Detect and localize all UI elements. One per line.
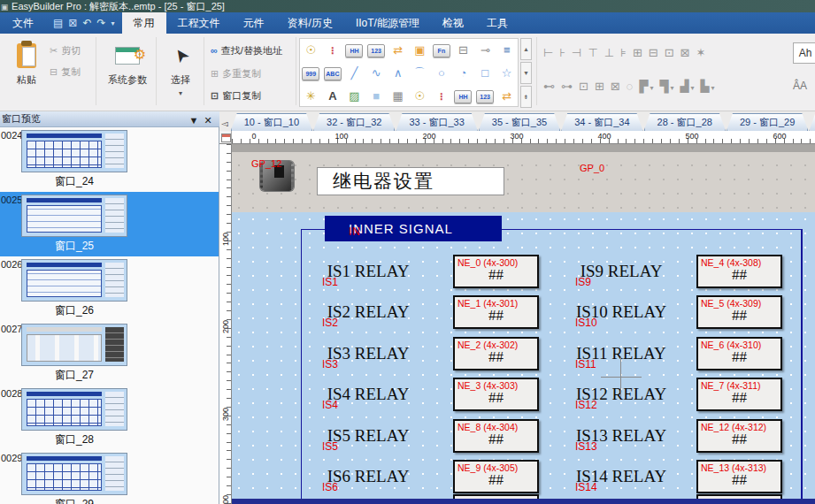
option-list-icon[interactable]: ≡: [497, 41, 517, 60]
window-thumbnail[interactable]: [21, 259, 127, 302]
ribbon-tab[interactable]: 检视: [431, 12, 475, 34]
function-key2-icon[interactable]: ⇄: [497, 87, 517, 106]
system-params-button[interactable]: 系统参数: [103, 38, 152, 103]
fit-height-icon[interactable]: ⊞: [633, 46, 642, 59]
rectangle-icon[interactable]: □: [475, 64, 495, 83]
toggle-switch-icon[interactable]: ▣: [410, 41, 429, 60]
text-icon[interactable]: A: [323, 87, 342, 106]
undo-icon[interactable]: ↶: [82, 17, 91, 29]
same-size-icon[interactable]: ⊡: [579, 80, 588, 93]
relay-label[interactable]: IS13 IS13 RELAY: [572, 419, 671, 453]
word-lamp-icon[interactable]: ⁝: [323, 41, 342, 60]
relay-label[interactable]: IS2 IS2 RELAY: [319, 295, 418, 329]
ribbon-tab[interactable]: IIoT/能源管理: [344, 12, 431, 34]
relay-label[interactable]: IS4 IS4 RELAY: [319, 378, 418, 411]
窗口_28[interactable]: 0028 窗口_28: [0, 386, 219, 450]
window-thumbnail[interactable]: [21, 324, 127, 366]
multi-copy-button[interactable]: ⊞多重复制: [211, 67, 261, 80]
numeric-display-object[interactable]: NE_6 (4x-310) ##: [696, 337, 782, 370]
align-center-icon[interactable]: ⊦: [559, 46, 565, 59]
font-name-button[interactable]: Ah: [793, 42, 815, 64]
window-thumbnail[interactable]: [21, 388, 127, 431]
set-word-icon[interactable]: 123: [367, 44, 385, 57]
select-dropdown-icon[interactable]: ▾: [179, 89, 182, 97]
fit-width-icon[interactable]: ⊟: [649, 46, 658, 59]
document-tab[interactable]: 33 - 窗口_33: [396, 113, 477, 131]
numeric-display-object[interactable]: NE_4 (4x-308) ##: [696, 255, 782, 288]
document-tab[interactable]: 32 - 窗口_32: [313, 113, 395, 131]
save-icon[interactable]: ▤: [53, 17, 63, 29]
window-thumbnail[interactable]: [21, 130, 127, 172]
bring-front-icon[interactable]: ▛: [639, 80, 653, 93]
find-replace-address-button[interactable]: ∞查找/替换地址: [211, 44, 282, 57]
select-button[interactable]: ➤ 选择 ▾: [161, 38, 200, 103]
numeric-display-object[interactable]: NE_5 (4x-309) ##: [696, 295, 782, 329]
relay-label[interactable]: IS9 IS9 RELAY: [572, 255, 671, 288]
align-right-icon[interactable]: ⊣: [572, 46, 581, 59]
ribbon-tab[interactable]: 常用: [122, 12, 166, 34]
窗口_27[interactable]: 0027 窗口_27: [0, 321, 219, 386]
numeric-display-object[interactable]: NE_8 (4x-304) ##: [453, 419, 539, 453]
align-bottom-icon[interactable]: ⊧: [620, 46, 627, 59]
filled-rect-icon[interactable]: ■: [366, 87, 386, 106]
窗口_26[interactable]: 0026 窗口_26: [0, 256, 219, 321]
font-size-button[interactable]: ÂA: [793, 80, 807, 92]
relay-label[interactable]: IS5 IS5 RELAY: [319, 419, 418, 453]
numeric-display-object[interactable]: NE_13 (4x-313) ##: [696, 460, 782, 493]
circle-icon[interactable]: ○: [432, 64, 451, 83]
窗口_29[interactable]: 0029 窗口_29: [0, 450, 219, 504]
pin-icon[interactable]: ✶: [696, 46, 706, 59]
copy-button[interactable]: ⊟复制: [50, 65, 81, 79]
numeric-display-object[interactable]: NE_3 (4x-303) ##: [453, 378, 539, 411]
panel-collapse-icon[interactable]: ▼: [188, 113, 200, 128]
same-height-icon[interactable]: ⊶: [561, 80, 573, 93]
palette-scroll-up-icon[interactable]: ▲: [520, 38, 532, 60]
redo-icon[interactable]: ↷: [96, 17, 105, 29]
rotate-icon[interactable]: ◌: [627, 80, 634, 93]
palette-scroll-down-icon[interactable]: ▼: [520, 62, 532, 84]
wave-icon[interactable]: ∿: [366, 64, 386, 83]
numeric-display-object[interactable]: NE_1 (4x-301) ##: [453, 295, 539, 329]
line-icon[interactable]: ╱: [344, 64, 364, 83]
ribbon-tab[interactable]: 工程文件: [166, 12, 232, 34]
space-evenly-icon[interactable]: ⊠: [611, 80, 620, 93]
same-width-icon[interactable]: ⊷: [543, 80, 555, 93]
inner-signal-header[interactable]: IN INNER SIGNAL: [325, 216, 502, 241]
set-word2-icon[interactable]: 123: [476, 90, 494, 103]
nudge-icon[interactable]: ⊞: [595, 80, 604, 93]
picture-icon[interactable]: ▨: [344, 87, 364, 106]
word-lamp2-icon[interactable]: ⁝: [432, 87, 451, 106]
window-thumbnail[interactable]: [21, 453, 127, 495]
pie-icon[interactable]: ◔: [453, 64, 473, 83]
ungroup-icon[interactable]: ⊠: [680, 46, 690, 59]
slider-icon[interactable]: ⊸: [475, 41, 495, 60]
relay-label[interactable]: IS12 IS12 RELAY: [572, 378, 671, 411]
numeric-input-icon[interactable]: 999: [302, 67, 319, 80]
set-bit-icon[interactable]: HH: [345, 44, 363, 57]
quick-access-dropdown-icon[interactable]: ▾: [111, 19, 115, 27]
window-copy-button[interactable]: ⊡窗口复制: [211, 89, 261, 103]
窗口_25[interactable]: 0025 窗口_25: [0, 192, 219, 256]
flip-icon[interactable]: ▙: [701, 80, 715, 93]
ribbon-tab[interactable]: 工具: [475, 12, 519, 34]
star-icon[interactable]: ☆: [497, 64, 517, 83]
numeric-display-object[interactable]: NE_0 (4x-300) ##: [453, 255, 539, 288]
document-tab[interactable]: 28 - 窗口_28: [644, 113, 726, 131]
move-up-layer-icon[interactable]: ▟: [680, 80, 694, 93]
arc-icon[interactable]: ⌒: [410, 64, 429, 83]
table-icon[interactable]: ▦: [388, 87, 408, 106]
relay-label[interactable]: IS6 IS6 RELAY: [319, 460, 418, 493]
set-bit2-icon[interactable]: HH: [454, 90, 472, 103]
hmi-window-workspace[interactable]: GP_12 继电器设置 GP_0 IN INNER SIGNAL IS1 IS1…: [232, 144, 815, 504]
relay-label[interactable]: IS3 IS3 RELAY: [319, 337, 418, 370]
ascii-input-icon[interactable]: ABC: [324, 67, 342, 80]
numeric-display-object[interactable]: NE_2 (4x-302) ##: [453, 337, 539, 370]
function-key-icon[interactable]: ⇄: [388, 41, 408, 60]
window-bar-icon[interactable]: ⊟: [453, 41, 473, 60]
numeric-display-object[interactable]: NE_12 (4x-312) ##: [696, 419, 782, 453]
relay-label[interactable]: IS1 IS1 RELAY: [319, 255, 418, 288]
bit-lamp-icon[interactable]: ☉: [301, 41, 320, 60]
window-thumbnail[interactable]: [21, 195, 127, 237]
document-tab[interactable]: 26 - 窗: [809, 113, 815, 131]
menu-file[interactable]: 文件: [0, 12, 46, 34]
